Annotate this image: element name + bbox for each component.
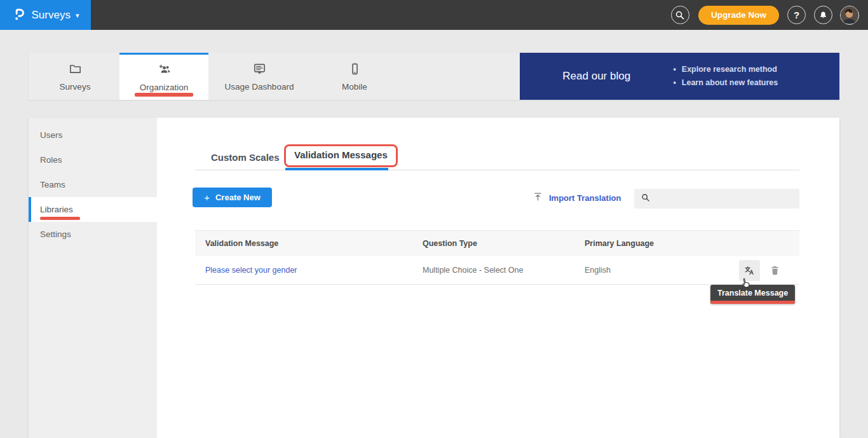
banner-bullet: Learn about new features — [673, 76, 778, 90]
brand-logo-icon — [12, 6, 27, 25]
product-switcher[interactable]: Surveys ▾ — [0, 0, 91, 30]
sidebar-item-label: Roles — [40, 155, 62, 165]
active-tab-underline — [285, 168, 388, 170]
sidebar-item-teams[interactable]: Teams — [29, 172, 157, 197]
library-tabs: Custom Scales Validation Messages — [195, 143, 799, 170]
search-icon[interactable] — [671, 6, 689, 24]
top-bar: Surveys ▾ Upgrade Now ? — [0, 0, 868, 30]
chevron-down-icon: ▾ — [76, 11, 79, 20]
libraries-content: Custom Scales Validation Messages + Crea… — [157, 118, 839, 438]
column-header: Primary Language — [574, 239, 799, 248]
blog-promo-banner[interactable]: Read our blog Explore research method Le… — [520, 53, 839, 100]
create-new-label: Create New — [215, 193, 261, 202]
main-panel: Users Roles Teams Libraries Settings Cus… — [29, 118, 839, 438]
banner-bullet: Explore research method — [673, 63, 778, 76]
hand-cursor-icon — [739, 277, 753, 294]
mobile-icon — [348, 62, 362, 79]
upgrade-now-button[interactable]: Upgrade Now — [698, 6, 779, 25]
import-translation-label: Import Translation — [549, 193, 621, 203]
plus-icon: + — [204, 192, 210, 203]
table-header-row: Validation Message Question Type Primary… — [195, 230, 799, 256]
annotation-underline-organization — [135, 93, 193, 97]
column-header: Question Type — [412, 239, 574, 248]
folder-icon — [68, 62, 83, 79]
sidebar-item-label: Users — [40, 130, 62, 140]
table-row: Please select your gender Multiple Choic… — [195, 256, 799, 285]
help-icon[interactable]: ? — [787, 6, 806, 24]
module-nav: Surveys Organization — [29, 53, 839, 100]
tab-organization[interactable]: Organization — [119, 53, 208, 100]
people-add-icon — [157, 62, 172, 79]
topbar-actions: Upgrade Now ? — [663, 6, 868, 25]
tab-validation-messages[interactable]: Validation Messages — [294, 149, 388, 160]
annotation-box-validation-messages: Validation Messages — [284, 144, 398, 167]
magnifier-icon — [641, 193, 651, 205]
sidebar-item-label: Settings — [40, 229, 71, 239]
bell-icon[interactable] — [814, 6, 832, 24]
table-search[interactable] — [634, 189, 799, 209]
tab-label: Mobile — [342, 82, 367, 92]
annotation-underline-tooltip — [710, 301, 795, 304]
import-translation-link[interactable]: Import Translation — [532, 191, 621, 205]
create-new-button[interactable]: + Create New — [193, 188, 272, 207]
column-header: Validation Message — [195, 239, 412, 248]
tab-label: Surveys — [60, 82, 91, 92]
annotation-underline-libraries — [40, 217, 80, 220]
sidebar-item-roles[interactable]: Roles — [29, 147, 157, 172]
validation-message-link[interactable]: Please select your gender — [205, 266, 297, 275]
sidebar-item-settings[interactable]: Settings — [29, 222, 157, 247]
product-name: Surveys — [32, 9, 71, 22]
tab-label: Usage Dashboard — [225, 82, 294, 92]
sidebar-item-users[interactable]: Users — [29, 123, 157, 147]
banner-bullet-list: Explore research method Learn about new … — [673, 63, 778, 90]
sidebar: Users Roles Teams Libraries Settings — [29, 118, 157, 438]
banner-title: Read our blog — [520, 70, 673, 83]
trash-icon[interactable] — [768, 261, 782, 279]
upload-icon — [532, 191, 543, 205]
usage-dashboard-icon — [252, 62, 267, 79]
tab-mobile[interactable]: Mobile — [310, 53, 399, 100]
tab-label: Organization — [140, 83, 189, 92]
validation-messages-table: Validation Message Question Type Primary… — [195, 230, 799, 285]
sidebar-item-libraries[interactable]: Libraries — [29, 197, 157, 222]
sidebar-item-label: Teams — [40, 180, 65, 189]
tab-surveys[interactable]: Surveys — [31, 53, 119, 100]
primary-language-cell: English — [574, 266, 799, 275]
sidebar-item-label: Libraries — [40, 205, 73, 214]
question-type-cell: Multiple Choice - Select One — [412, 266, 574, 275]
avatar[interactable] — [840, 6, 859, 25]
tab-custom-scales[interactable]: Custom Scales — [211, 152, 280, 163]
tab-usage-dashboard[interactable]: Usage Dashboard — [208, 53, 310, 100]
search-input[interactable] — [656, 189, 799, 209]
